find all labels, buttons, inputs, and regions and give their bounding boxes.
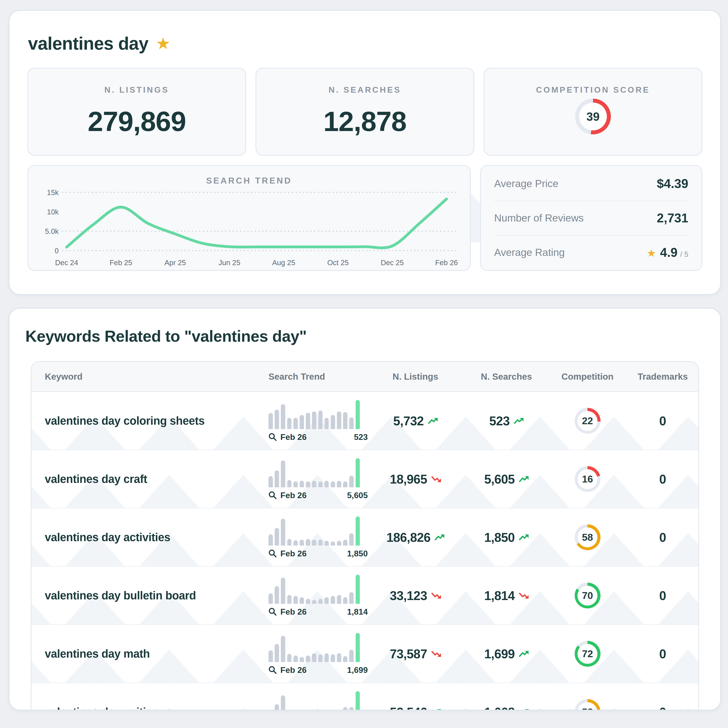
keyword-row[interactable]: valentines day coloring sheets Feb 26 52… [32,392,698,450]
spark-bar [287,480,292,487]
spark-bar [324,541,329,545]
trend-down-icon [431,592,441,600]
spark-bar [281,404,285,429]
trend-up-icon [518,534,529,541]
competition-gauge: 72 [575,641,601,667]
search-trend-panel: SEARCH TREND 15k10k5.0k0Dec 24Feb 25Apr … [28,165,471,271]
search-trend-title: SEARCH TREND [28,176,470,185]
trend-up-icon [434,534,444,541]
spark-bar [337,411,341,429]
spark-bar [300,415,304,429]
listings-cell: 18,965 [366,472,465,486]
spark-bar [337,595,341,604]
favorite-star-icon[interactable]: ★ [156,35,171,52]
keyword-overview-card: valentines day ★ N. LISTINGS 279,869 N. … [9,10,721,295]
stat-value-listings: 279,869 [88,95,186,155]
trademarks-value: 0 [627,588,698,603]
svg-text:15k: 15k [47,188,59,197]
spark-date-wrap: Feb 26 [268,549,307,558]
spark-bar [312,600,317,604]
spark-bar [324,597,329,604]
listings-value: 73,587 [390,647,427,661]
keyword-row[interactable]: valentines day activities Feb 26 1,850 [32,508,698,567]
spark-date: Feb 26 [280,549,307,558]
spark-bar [349,650,353,662]
svg-text:0: 0 [55,247,59,255]
summary-label: Number of Reviews [494,212,584,224]
competition-score-value: 39 [586,110,600,123]
keyword-label: valentines day activities [32,531,250,544]
trend-sparkline [268,400,368,429]
spark-bar [287,595,292,604]
listing-summary-panel: Average Price $4.39 Number of Reviews 2,… [480,165,702,271]
column-header-competition: Competition [548,372,627,382]
spark-bar [349,707,353,711]
spark-bar [343,707,347,711]
spark-bar [268,534,273,545]
competition-value: 22 [582,415,593,427]
competition-cell: 72 [548,641,627,667]
trend-up-icon [431,708,441,711]
spark-bar [275,704,279,711]
spark-bar [275,410,279,429]
spark-bar [306,481,310,487]
spark-bar [349,533,353,545]
summary-row-price: Average Price $4.39 [494,167,688,200]
spark-bar [356,517,360,546]
listings-cell: 33,123 [366,588,465,603]
spark-bar [294,481,298,487]
spark-bar [268,413,273,429]
competition-cell: 70 [548,583,627,609]
search-trend-cell: Feb 26 523 [250,400,366,442]
summary-label: Average Rating [494,246,565,258]
spark-bar [318,654,323,662]
competition-cell: 22 [548,408,627,434]
spark-date: Feb 26 [280,607,307,616]
listings-value: 52,546 [390,705,427,711]
spark-bar [294,655,298,662]
spark-bar [281,460,285,487]
spark-bar [300,481,304,487]
spark-bar [281,578,285,604]
rating-number: 4.9 [660,245,678,260]
svg-text:Feb 25: Feb 25 [110,258,132,267]
related-keywords-card: Keywords Related to "valentines day" Key… [9,308,721,711]
search-icon [268,433,277,441]
spark-bar [331,481,335,487]
stat-label: N. LISTINGS [104,85,169,95]
searches-cell: 1,699 [465,647,548,661]
keyword-row[interactable]: valentines day craft Feb 26 5,605 [32,450,698,508]
searches-cell: 523 [465,414,548,428]
competition-value: 16 [582,473,593,485]
keyword-row[interactable]: valentines day math Feb 26 1,699 [32,625,698,683]
spark-bar [312,710,317,711]
spark-date-wrap: Feb 26 [268,491,307,500]
keyword-label: valentines day bulletin board [32,589,250,602]
keyword-row[interactable]: valentines day writing Feb 26 1,068 [32,683,698,711]
competition-cell: 16 [548,466,627,492]
trend-up-icon [514,417,523,425]
column-header-keyword: Keyword [32,372,250,382]
trend-sparkline [268,458,368,487]
spark-bar [275,644,279,662]
keyword-row[interactable]: valentines day bulletin board Feb 26 1,8… [32,567,698,625]
listings-value: 5,732 [393,414,424,428]
spark-bar [300,657,304,662]
trademarks-value: 0 [627,414,698,428]
spark-bar [318,599,323,604]
spark-date-wrap: Feb 26 [268,607,307,616]
trend-down-icon [431,650,441,658]
spark-bar [306,655,310,662]
spark-bar [324,481,329,487]
spark-bar [268,476,273,487]
spark-bar [331,654,335,662]
competition-score-gauge: 39 [575,99,611,135]
spark-bar [306,413,310,429]
spark-bar [343,540,347,545]
competition-value: 72 [582,648,593,660]
spark-bar [331,596,335,604]
trend-down-icon [518,592,529,600]
column-header-searches: N. Searches [465,372,548,382]
competition-gauge: 22 [575,408,601,434]
spark-bar [287,418,292,429]
